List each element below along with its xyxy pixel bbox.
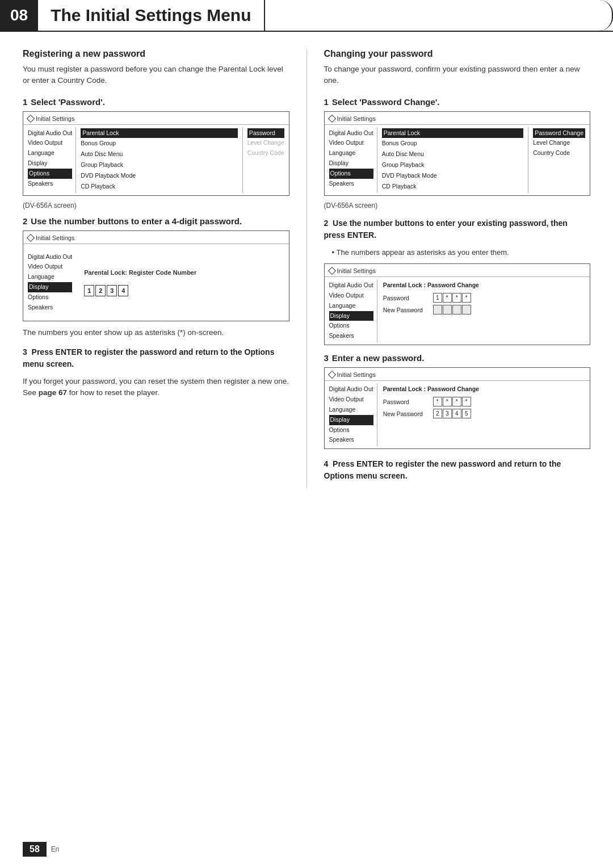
rsubmenu-pw-change-active: Password Change [533, 128, 585, 139]
step2-left-heading: 2 Use the number buttons to enter a 4-di… [23, 216, 289, 226]
menu2-display-active: Display [28, 282, 72, 292]
step1-left-label: Select 'Password'. [31, 97, 105, 107]
step2-left-label: Use the number buttons to enter a 4-digi… [31, 216, 242, 226]
footer-language: En [51, 845, 60, 853]
screen1-left-title-text: Initial Settings [36, 115, 74, 122]
rmenu2-language: Language [329, 301, 373, 311]
screen1-right-caption: (DV-656A screen) [324, 202, 591, 209]
pw-box-2-4 [462, 305, 471, 315]
diamond-icon [27, 114, 35, 122]
pw-box-2-3 [452, 305, 461, 315]
rmenu-digital-audio: Digital Audio Out [329, 128, 373, 139]
screen2-center-label: Parental Lock: Register Code Number [84, 269, 196, 276]
screen1-left-body: Digital Audio Out Video Output Language … [23, 125, 289, 195]
submenu-country-code: Country Code [247, 148, 284, 158]
screen2-right-label: Parental Lock : Password Change [383, 282, 584, 288]
step2-right-bold: 2 Use the number buttons to enter your e… [324, 217, 591, 241]
screen2-left-title-text: Initial Settings [36, 234, 74, 241]
screen3-right: Initial Settings Digital Audio Out Video… [324, 367, 591, 449]
step3-right-container: 3 Enter a new password. Initial Settings… [324, 353, 591, 449]
rsubmenu-level-change: Level Change [533, 138, 585, 148]
menu2-digital-audio: Digital Audio Out [28, 252, 72, 262]
rmenu-video-output: Video Output [329, 138, 373, 148]
rmenu2-options: Options [329, 321, 373, 331]
screen1-col2: Parental Lock Bonus Group Auto Disc Menu… [76, 125, 242, 195]
registering-heading: Registering a new password [23, 49, 289, 59]
password-row3: Password * * * * [383, 397, 584, 406]
password-row2: New Password [383, 305, 584, 315]
screen1-left: Initial Settings Digital Audio Out Video… [23, 111, 289, 196]
pw-box-3-3: * [452, 397, 461, 406]
menu2-speakers: Speakers [28, 303, 72, 313]
pw-box-2-1 [433, 305, 442, 315]
submenu-dvd-playback: DVD Playback Mode [81, 171, 237, 181]
pw-box-4-1: 2 [433, 409, 442, 418]
pw-label2: New Password [383, 307, 429, 313]
right-column: Changing your password To change your pa… [306, 49, 591, 488]
step3-right-label: Enter a new password. [332, 353, 425, 363]
menu-digital-audio: Digital Audio Out [28, 128, 72, 139]
submenu-parental-lock: Parental Lock [81, 128, 237, 139]
rmenu3-digital-audio: Digital Audio Out [329, 384, 373, 395]
registering-intro: You must register a password before you … [23, 64, 289, 87]
step3-left-text: Press ENTER to register the password and… [23, 347, 274, 368]
step3-left-bold: 3 Press ENTER to register the password a… [23, 346, 289, 370]
step1-left-number: 1 [23, 97, 27, 107]
screen2-right-body: Digital Audio Out Video Output Language … [325, 277, 590, 345]
step3-page-ref: page 67 [39, 388, 67, 397]
changing-intro: To change your password, confirm your ex… [324, 64, 591, 87]
pw-box-3-4: * [462, 397, 471, 406]
step2-left-number: 2 [23, 216, 27, 226]
step2-left-body: The numbers you enter show up as asteris… [23, 327, 289, 338]
menu-speakers: Speakers [28, 179, 72, 189]
rmenu-options-active: Options [329, 169, 373, 179]
num-box-1: 1 [84, 285, 94, 296]
page-header: 08 The Initial Settings Menu [0, 0, 613, 32]
rsubmenu-group-playback: Group Playback [382, 160, 523, 170]
pw-box-3-1: * [433, 397, 442, 406]
screen2-right: Initial Settings Digital Audio Out Video… [324, 263, 591, 345]
num-box-4: 4 [118, 285, 128, 296]
num-box-3: 3 [107, 285, 117, 296]
pw-label3: Password [383, 399, 429, 405]
step2-right-number: 2 [324, 219, 333, 228]
menu-language: Language [28, 148, 72, 158]
screen2-right-title: Initial Settings [325, 267, 590, 277]
pw-boxes2 [433, 305, 471, 315]
screen2-left: Initial Settings Digital Audio Out Video… [23, 230, 289, 321]
step3-left-body: If you forget your password, you can res… [23, 376, 289, 399]
screen1-right-title: Initial Settings [325, 115, 590, 125]
step3-left-outro: for how to reset the player. [67, 388, 159, 397]
rmenu2-display-active: Display [329, 311, 373, 321]
pw-box-1-3: * [452, 293, 461, 303]
rmenu-display: Display [329, 158, 373, 169]
main-content: Registering a new password You must regi… [0, 49, 613, 488]
screen1-right-col2: Parental Lock Bonus Group Auto Disc Menu… [377, 125, 528, 195]
screen3-right-body: Digital Audio Out Video Output Language … [325, 381, 590, 448]
screen3-right-title: Initial Settings [325, 371, 590, 381]
rsubmenu-bonus-group: Bonus Group [382, 139, 523, 149]
rmenu2-digital-audio: Digital Audio Out [329, 280, 373, 291]
pw-label4: New Password [383, 410, 429, 417]
rsubmenu-auto-disc: Auto Disc Menu [382, 149, 523, 160]
pw-boxes3: * * * * [433, 397, 471, 406]
pw-label1: Password [383, 295, 429, 301]
submenu-group-playback: Group Playback [81, 160, 237, 170]
rsubmenu-cd-playback: CD Playback [382, 182, 523, 192]
step3-right-number: 3 [324, 353, 329, 363]
screen1-right-title-text: Initial Settings [337, 115, 376, 122]
step1-left-heading: 1 Select 'Password'. [23, 97, 289, 107]
pw-box-3-2: * [443, 397, 452, 406]
rmenu-speakers: Speakers [329, 179, 373, 189]
password-row4: New Password 2 3 4 5 [383, 409, 584, 418]
rmenu2-speakers: Speakers [329, 331, 373, 341]
menu-video-output: Video Output [28, 138, 72, 148]
step1-right-number: 1 [324, 97, 329, 107]
screen1-submenu: Parental Lock Bonus Group Auto Disc Menu… [81, 128, 237, 192]
step2-right-text: Use the number buttons to enter your exi… [324, 219, 568, 240]
screen3-right-title-text: Initial Settings [337, 371, 376, 378]
changing-heading: Changing your password [324, 49, 591, 59]
screen2-left-menu: Digital Audio Out Video Output Language … [23, 249, 75, 316]
pw-boxes1: 1 * * * [433, 293, 471, 303]
pw-box-2-2 [443, 305, 452, 315]
